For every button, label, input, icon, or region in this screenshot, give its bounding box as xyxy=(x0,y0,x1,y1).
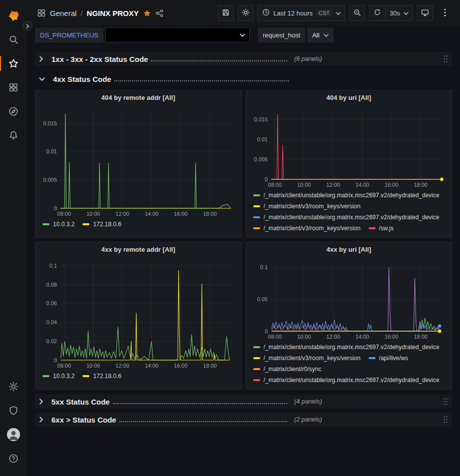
main-area: General / NGINX PROXY xyxy=(27,0,460,476)
timeseries-chart[interactable]: 00.020.040.060.080.108:0010:0012:0014:00… xyxy=(39,256,238,370)
dashboard-settings-button[interactable] xyxy=(238,5,254,21)
legend-marker xyxy=(253,357,260,359)
legend-marker xyxy=(253,205,260,207)
legend-label: 172.18.0.6 xyxy=(93,219,121,229)
panel-title[interactable]: 404 by remote addr [All] xyxy=(39,91,237,104)
legend-item[interactable]: /_matrix/client/v3/room_keys/version xyxy=(253,223,361,233)
svg-text:16:00: 16:00 xyxy=(174,211,188,217)
chevron-right-icon xyxy=(39,56,43,62)
sidebar-item-search[interactable] xyxy=(0,28,27,51)
var-datasource-select[interactable] xyxy=(105,27,250,42)
sidebar-item-explore[interactable] xyxy=(0,100,27,123)
shield-icon xyxy=(8,406,18,416)
gear-icon xyxy=(242,8,250,18)
legend-marker xyxy=(369,357,376,359)
sidebar-item-server-admin[interactable] xyxy=(0,399,27,422)
legend-marker xyxy=(253,368,260,370)
row-panel-count: (4 panels) xyxy=(294,398,322,405)
user-avatar xyxy=(7,428,20,441)
row-drag-handle[interactable] xyxy=(443,398,448,406)
chevron-right-icon xyxy=(39,399,43,405)
sidebar-item-alerting[interactable] xyxy=(0,124,27,147)
row-1xx-3xx-2xx[interactable]: 1xx - 3xx - 2xx Status Code (6 panels) xyxy=(35,52,452,66)
legend-item[interactable]: /_matrix/client/r0/sync xyxy=(253,364,322,374)
row-drag-handle[interactable] xyxy=(443,55,448,63)
panel-legend: 10.0.3.2172.18.0.6 xyxy=(39,370,237,387)
refresh-interval-label: 30s xyxy=(390,9,400,17)
legend-item[interactable]: /api/live/ws xyxy=(369,353,409,363)
refresh-icon xyxy=(374,8,381,17)
top-actions: Last 12 hours CST xyxy=(218,5,453,21)
tv-mode-button[interactable] xyxy=(417,5,433,21)
legend-item[interactable]: /_matrix/client/unstable/org.matrix.msc2… xyxy=(253,212,440,222)
star-icon xyxy=(8,58,18,68)
sidebar-item-help[interactable] xyxy=(0,447,27,470)
time-range-picker[interactable]: Last 12 hours CST xyxy=(258,5,345,21)
variables-bar: DS_PROMETHEUS request_host All xyxy=(27,26,460,44)
row-6xx[interactable]: 6xx > Status Code (2 panels) xyxy=(35,413,452,427)
svg-text:0.01: 0.01 xyxy=(46,148,57,154)
sidebar-item-configuration[interactable] xyxy=(0,375,27,398)
row-panel-count: (6 panels) xyxy=(294,55,322,62)
help-icon xyxy=(8,454,18,464)
legend-item[interactable]: 172.18.0.6 xyxy=(82,371,121,381)
top-navbar: General / NGINX PROXY xyxy=(27,0,460,26)
legend-marker xyxy=(42,375,49,377)
breadcrumb-folder[interactable]: General xyxy=(50,9,76,17)
favorite-star-icon[interactable] xyxy=(143,9,151,17)
legend-label: /sw.js xyxy=(379,223,394,233)
row-5xx[interactable]: 5xx Status Code (4 panels) xyxy=(35,395,452,409)
sidebar-item-dashboards[interactable] xyxy=(0,76,27,99)
panel-title[interactable]: 4xx by remote addr [All] xyxy=(39,243,237,256)
save-dashboard-button[interactable] xyxy=(218,5,234,21)
svg-text:0.1: 0.1 xyxy=(260,264,267,270)
legend-marker xyxy=(253,227,260,229)
legend-label: 172.18.0.6 xyxy=(93,371,121,381)
legend-item[interactable]: /_matrix/client/v3/room_keys/version xyxy=(253,353,361,363)
row-title-area: 6xx > Status Code xyxy=(51,416,290,424)
svg-text:08:00: 08:00 xyxy=(268,334,282,340)
panel-title[interactable]: 404 by uri [All] xyxy=(250,91,448,104)
legend-item[interactable]: /_matrix/client/unstable/org.matrix.msc2… xyxy=(253,342,440,352)
dashboard-title[interactable]: NGINX PROXY xyxy=(87,9,139,17)
svg-text:08:00: 08:00 xyxy=(57,363,71,369)
row-drag-handle[interactable] xyxy=(443,416,448,424)
svg-text:0.06: 0.06 xyxy=(46,300,57,306)
refresh-button[interactable] xyxy=(369,5,385,21)
row-4xx[interactable]: 4xx Status Code xyxy=(35,72,452,86)
legend-label: /_matrix/client/v3/room_keys/version xyxy=(264,223,361,233)
sidebar-expand-button[interactable] xyxy=(22,21,32,31)
legend-item[interactable]: /_matrix/client/unstable/org.matrix.msc2… xyxy=(253,375,440,385)
dotted-leader xyxy=(113,403,287,404)
apps-grid-icon[interactable] xyxy=(37,8,46,17)
zoom-out-button[interactable] xyxy=(349,5,365,21)
chevron-down-icon xyxy=(324,31,329,39)
refresh-interval-dropdown[interactable]: 30s xyxy=(385,5,413,21)
kebab-menu-button[interactable] xyxy=(437,5,453,21)
panel-404-by-uri: 404 by uri [All] 00.0050.010.01508:0010:… xyxy=(246,90,453,238)
legend-item[interactable]: 10.0.3.2 xyxy=(42,371,74,381)
svg-text:12:00: 12:00 xyxy=(115,363,129,369)
svg-text:18:00: 18:00 xyxy=(414,334,428,340)
legend-marker xyxy=(253,194,260,196)
row-panel-count: (2 panels) xyxy=(294,416,322,423)
svg-text:14:00: 14:00 xyxy=(145,211,159,217)
chevron-down-icon xyxy=(336,9,341,17)
legend-item[interactable]: /_matrix/client/unstable/org.matrix.msc2… xyxy=(253,190,440,200)
share-icon[interactable] xyxy=(155,9,164,17)
legend-item[interactable]: 172.18.0.6 xyxy=(82,219,121,229)
panel-title[interactable]: 4xx by uri [All] xyxy=(250,243,448,256)
legend-item[interactable]: 10.0.3.2 xyxy=(42,219,74,229)
svg-text:0.015: 0.015 xyxy=(43,120,57,126)
timeseries-chart[interactable]: 00.050.108:0010:0012:0014:0016:0018:00 xyxy=(250,256,449,341)
timeseries-chart[interactable]: 00.0050.010.01508:0010:0012:0014:0016:00… xyxy=(39,104,238,218)
sidebar-item-starred[interactable] xyxy=(0,52,27,75)
timeseries-chart[interactable]: 00.0050.010.01508:0010:0012:0014:0016:00… xyxy=(250,104,449,189)
legend-item[interactable]: /_matrix/client/v3/room_keys/version xyxy=(253,201,361,211)
svg-text:08:00: 08:00 xyxy=(268,182,282,188)
panel-legend: 10.0.3.2172.18.0.6 xyxy=(39,218,237,235)
sidebar-item-profile[interactable] xyxy=(0,423,27,446)
var-request-host-select[interactable]: All xyxy=(307,27,333,42)
legend-item[interactable]: /sw.js xyxy=(369,223,394,233)
svg-text:18:00: 18:00 xyxy=(414,182,428,188)
